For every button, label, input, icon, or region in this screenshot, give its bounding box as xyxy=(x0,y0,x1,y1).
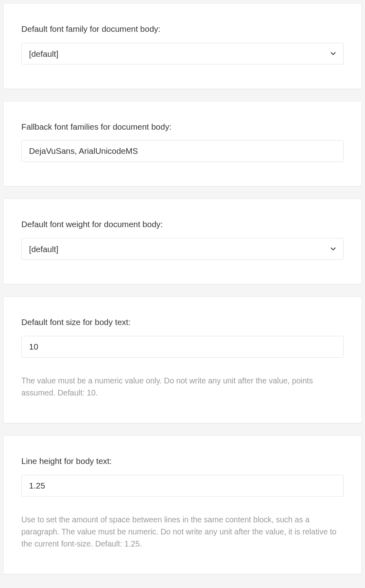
input-line-height[interactable] xyxy=(21,475,344,497)
helper-font-size: The value must be a numeric value only. … xyxy=(21,375,344,399)
label-font-size: Default font size for body text: xyxy=(21,317,344,328)
card-font-size: Default font size for body text: The val… xyxy=(3,296,362,423)
select-font-weight[interactable]: [default] xyxy=(21,238,344,260)
input-fallback-fonts[interactable] xyxy=(21,140,344,162)
helper-line-height: Use to set the amount of space between l… xyxy=(21,513,344,550)
card-font-family: Default font family for document body: [… xyxy=(3,3,362,89)
card-font-weight: Default font weight for document body: [… xyxy=(3,199,362,284)
select-font-weight-wrap: [default] xyxy=(21,238,344,260)
label-fallback-fonts: Fallback font families for document body… xyxy=(21,122,344,133)
label-font-weight: Default font weight for document body: xyxy=(21,219,344,230)
select-font-family[interactable]: [default] xyxy=(21,43,344,64)
label-font-family: Default font family for document body: xyxy=(21,24,344,35)
card-fallback-fonts: Fallback font families for document body… xyxy=(3,101,362,187)
select-font-family-wrap: [default] xyxy=(21,43,344,64)
label-line-height: Line height for body text: xyxy=(21,456,344,467)
input-font-size[interactable] xyxy=(21,336,344,358)
card-line-height: Line height for body text: Use to set th… xyxy=(3,435,362,574)
